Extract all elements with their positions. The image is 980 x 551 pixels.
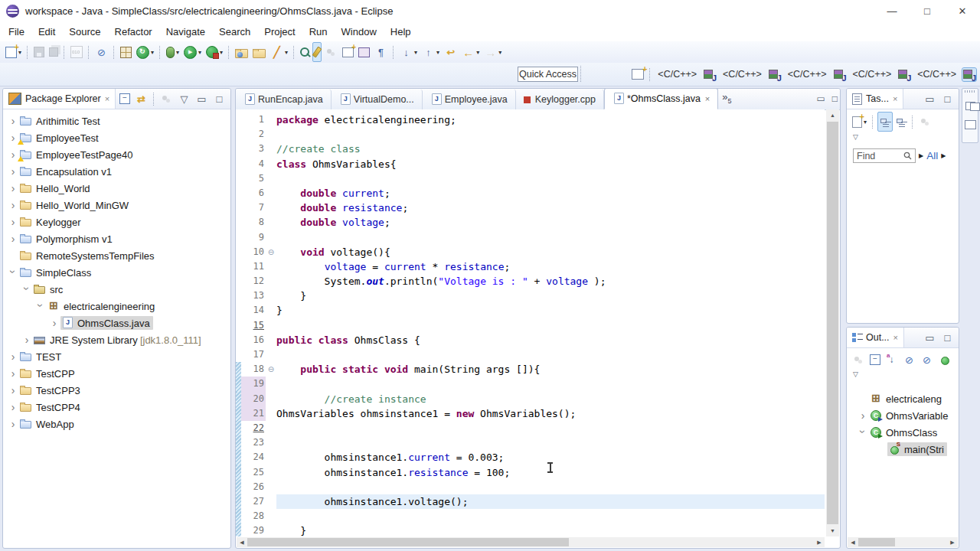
window-maximize-button[interactable]: □: [910, 0, 945, 21]
scroll-right-icon[interactable]: ▶: [947, 540, 958, 546]
next-annotation-icon[interactable]: ▾: [398, 43, 419, 61]
tree-item-webapp[interactable]: ›WebApp: [3, 416, 230, 432]
menu-file[interactable]: File: [2, 26, 31, 37]
collapse-arrow-icon[interactable]: ›: [859, 428, 867, 435]
tree-item-keylogger[interactable]: ›Keylogger: [3, 214, 230, 230]
code-line-16[interactable]: 16public class OhmsClass {: [236, 333, 825, 347]
minimize-view-icon[interactable]: ▭: [922, 328, 938, 347]
code-line-12[interactable]: 12 System.out.println("Voltage is : " + …: [236, 274, 825, 289]
task-list-tab[interactable]: Tas... ×: [847, 89, 903, 109]
perspective-cpp-button[interactable]: <C/C++>: [853, 69, 892, 80]
maximize-view-icon[interactable]: □: [939, 90, 956, 108]
close-icon[interactable]: ×: [105, 94, 109, 103]
link-with-editor-icon[interactable]: [133, 90, 149, 108]
expand-arrow-icon[interactable]: ›: [9, 235, 17, 243]
minimized-view-icon[interactable]: [963, 116, 978, 134]
menu-edit[interactable]: Edit: [31, 26, 62, 37]
find-input[interactable]: Find: [853, 148, 916, 163]
perspective-java-icon[interactable]: J: [962, 68, 976, 81]
save-icon[interactable]: [32, 43, 46, 61]
tree-item-jre-system-library[interactable]: ›JRE System Library[jdk1.8.0_111]: [3, 331, 230, 348]
code-line-23[interactable]: 23: [236, 435, 825, 450]
forward-icon[interactable]: ▾: [482, 43, 503, 61]
hide-fields-icon[interactable]: ⊘: [901, 350, 917, 369]
tree-item-employeetestpage40[interactable]: ›EmployeeTestPage40: [3, 146, 230, 163]
focus-on-active-task-icon[interactable]: [158, 90, 175, 108]
tree-item-testcpp3[interactable]: ›TestCPP3: [3, 382, 230, 399]
open-resource-icon[interactable]: [357, 43, 371, 61]
open-type-icon[interactable]: [341, 43, 355, 61]
save-all-icon[interactable]: [47, 43, 60, 61]
collapse-arrow-icon[interactable]: ›: [23, 285, 31, 292]
code-line-2[interactable]: 2: [236, 127, 825, 142]
code-line-7[interactable]: 7 double resistance;: [236, 201, 825, 215]
menu-window[interactable]: Window: [335, 26, 384, 37]
back-icon[interactable]: ▾: [460, 43, 481, 61]
editor-tab-runencap-java[interactable]: RunEncap.java: [236, 90, 332, 109]
maximize-view-icon[interactable]: □: [211, 90, 227, 108]
open-folder-blue-icon[interactable]: [234, 43, 250, 61]
perspective-java-icon[interactable]: J: [703, 68, 717, 81]
code-line-24[interactable]: 24 ohmsinstance1.current = 0.003;: [236, 450, 825, 465]
maximize-view-icon[interactable]: □: [939, 328, 956, 347]
scheduled-mode-icon[interactable]: [894, 112, 908, 131]
code-line-20[interactable]: 20 //create instance: [236, 392, 825, 406]
expand-arrow-icon[interactable]: ›: [9, 168, 17, 175]
close-icon[interactable]: ×: [893, 333, 898, 342]
perspective-java-icon[interactable]: J: [897, 68, 911, 81]
package-explorer-tab[interactable]: Package Explorer ×: [3, 89, 116, 109]
code-line-1[interactable]: 1package electricalengineering;: [236, 112, 825, 127]
code-line-14[interactable]: 14}: [236, 303, 825, 318]
menu-help[interactable]: Help: [384, 26, 418, 37]
build-icon[interactable]: ▾: [135, 43, 155, 61]
scroll-up-icon[interactable]: ▲: [826, 109, 839, 121]
perspective-cpp-button[interactable]: <C/C++>: [917, 69, 956, 80]
new-wizard-icon[interactable]: ▾: [4, 43, 23, 61]
tree-item-remotesystemstempfiles[interactable]: RemoteSystemsTempFiles: [3, 247, 230, 264]
collapse-all-icon[interactable]: [118, 90, 132, 108]
editor-tab-keylogger-cpp[interactable]: Keylogger.cpp: [516, 90, 604, 109]
outline-toolbar-chevron[interactable]: ▽: [847, 370, 959, 380]
tree-item-testcpp4[interactable]: ›TestCPP4: [3, 399, 230, 416]
focus-on-workweek-icon[interactable]: [917, 112, 933, 131]
close-icon[interactable]: ×: [893, 94, 897, 103]
scroll-down-icon[interactable]: ▼: [826, 525, 839, 536]
fold-marker-icon[interactable]: ⊖: [266, 245, 276, 259]
expand-arrow-icon[interactable]: ›: [9, 420, 17, 428]
code-line-17[interactable]: 17: [236, 347, 825, 362]
collapse-arrow-icon[interactable]: ›: [9, 268, 17, 276]
hide-non-public-members-icon[interactable]: [936, 350, 952, 369]
code-line-4[interactable]: 4class OhmsVariables{: [236, 157, 825, 171]
binary-literal-icon[interactable]: [69, 43, 84, 61]
quick-access-input[interactable]: Quick Access: [518, 67, 578, 82]
hide-static-members-icon[interactable]: ⊘: [919, 350, 935, 369]
menu-project[interactable]: Project: [257, 26, 302, 37]
expand-left-icon[interactable]: ▶: [919, 152, 923, 159]
expand-arrow-icon[interactable]: ›: [9, 134, 17, 142]
skip-all-breakpoints-icon[interactable]: ⊘: [93, 43, 109, 61]
tree-item-polymorphism-v1[interactable]: ›Polymorphism v1: [3, 230, 230, 247]
perspective-java-icon[interactable]: J: [833, 68, 847, 81]
expand-arrow-icon[interactable]: ›: [51, 319, 58, 327]
show-whitespace-icon[interactable]: ¶: [373, 43, 389, 61]
code-line-19[interactable]: 19: [236, 377, 825, 391]
code-line-25[interactable]: 25 ohmsinstance1.resistance = 100;: [236, 465, 825, 480]
code-line-26[interactable]: 26: [236, 480, 825, 494]
categorized-mode-icon[interactable]: [877, 112, 893, 132]
tree-item-arithimitic-test[interactable]: ›Arithimitic Test: [3, 112, 230, 129]
new-java-project-icon[interactable]: [119, 43, 133, 61]
code-line-18[interactable]: 18⊖ public static void main(String args …: [236, 362, 825, 377]
maximize-editor-icon[interactable]: □: [832, 93, 838, 104]
perspective-cpp-button[interactable]: <C/C++>: [658, 69, 697, 80]
code-line-10[interactable]: 10⊖ void voltage(){: [236, 245, 825, 259]
all-filter-link[interactable]: All: [926, 150, 938, 161]
scrollbar-thumb[interactable]: [827, 122, 838, 524]
editor-tab-virtualdemo-[interactable]: VirtualDemo...: [332, 90, 423, 109]
scroll-right-icon[interactable]: ▶: [814, 540, 825, 546]
code-line-6[interactable]: 6 double current;: [236, 186, 825, 201]
tree-item-simpleclass[interactable]: ›SimpleClass: [3, 264, 230, 281]
close-tab-icon[interactable]: ×: [705, 94, 710, 103]
collapse-arrow-icon[interactable]: ›: [37, 302, 44, 309]
run-external-tools-icon[interactable]: ▾: [204, 43, 224, 61]
menu-refactor[interactable]: Refactor: [108, 26, 159, 37]
